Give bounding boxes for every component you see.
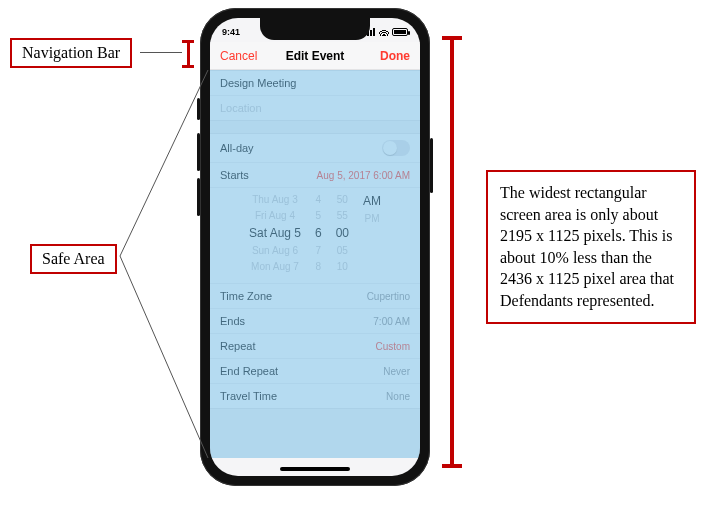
phone-notch — [260, 18, 370, 40]
timezone-label: Time Zone — [220, 290, 272, 302]
ends-row[interactable]: Ends 7:00 AM — [210, 309, 420, 334]
callout-navigation-bar: Navigation Bar — [10, 38, 132, 68]
phone-frame: 9:41 Cancel Edit Event Done Design Meeti… — [200, 8, 430, 486]
ends-value: 7:00 AM — [373, 316, 410, 327]
svg-line-0 — [120, 70, 208, 256]
starts-value: Aug 5, 2017 6:00 AM — [317, 170, 410, 181]
picker-hour-col: 4 5 6 7 8 — [315, 192, 322, 275]
event-location-placeholder: Location — [220, 102, 262, 114]
traveltime-label: Travel Time — [220, 390, 277, 402]
callout-safe-area-text: Safe Area — [42, 250, 105, 267]
traveltime-value: None — [386, 391, 410, 402]
timezone-value: Cupertino — [367, 291, 410, 302]
callout-safe-area: Safe Area — [30, 244, 117, 274]
status-indicators — [364, 28, 408, 36]
endrepeat-row[interactable]: End Repeat Never — [210, 359, 420, 384]
home-indicator[interactable] — [280, 467, 350, 471]
form-content: Design Meeting Location All-day Starts A… — [210, 70, 420, 476]
event-title-value: Design Meeting — [220, 77, 296, 89]
starts-label: Starts — [220, 169, 249, 181]
repeat-label: Repeat — [220, 340, 255, 352]
callout-navigation-bar-text: Navigation Bar — [22, 44, 120, 61]
event-title-field[interactable]: Design Meeting — [210, 71, 420, 96]
picker-ampm-col: AM PM — [363, 192, 381, 275]
traveltime-row[interactable]: Travel Time None — [210, 384, 420, 408]
callout-right-text: The widest rectangular screen area is on… — [486, 170, 696, 324]
navigation-bar: Cancel Edit Event Done — [210, 42, 420, 70]
endrepeat-value: Never — [383, 366, 410, 377]
allday-toggle[interactable] — [382, 140, 410, 156]
nav-connector-line — [140, 52, 182, 53]
allday-label: All-day — [220, 142, 254, 154]
allday-row: All-day — [210, 134, 420, 163]
ends-label: Ends — [220, 315, 245, 327]
svg-line-1 — [120, 256, 208, 458]
battery-icon — [392, 28, 408, 36]
endrepeat-label: End Repeat — [220, 365, 278, 377]
status-time: 9:41 — [222, 27, 240, 37]
repeat-row[interactable]: Repeat Custom — [210, 334, 420, 359]
callout-right-text-content: The widest rectangular screen area is on… — [500, 184, 674, 309]
timezone-row[interactable]: Time Zone Cupertino — [210, 284, 420, 309]
event-location-field[interactable]: Location — [210, 96, 420, 120]
phone-screen: 9:41 Cancel Edit Event Done Design Meeti… — [210, 18, 420, 476]
done-button[interactable]: Done — [380, 49, 410, 63]
picker-date-col: Thu Aug 3 Fri Aug 4 Sat Aug 5 Sun Aug 6 … — [249, 192, 301, 275]
cancel-button[interactable]: Cancel — [220, 49, 257, 63]
picker-min-col: 50 55 00 05 10 — [336, 192, 349, 275]
safe-area-connector — [116, 68, 212, 468]
repeat-value: Custom — [376, 341, 410, 352]
wifi-icon — [379, 28, 389, 36]
starts-row[interactable]: Starts Aug 5, 2017 6:00 AM — [210, 163, 420, 188]
date-picker[interactable]: Thu Aug 3 Fri Aug 4 Sat Aug 5 Sun Aug 6 … — [210, 188, 420, 284]
